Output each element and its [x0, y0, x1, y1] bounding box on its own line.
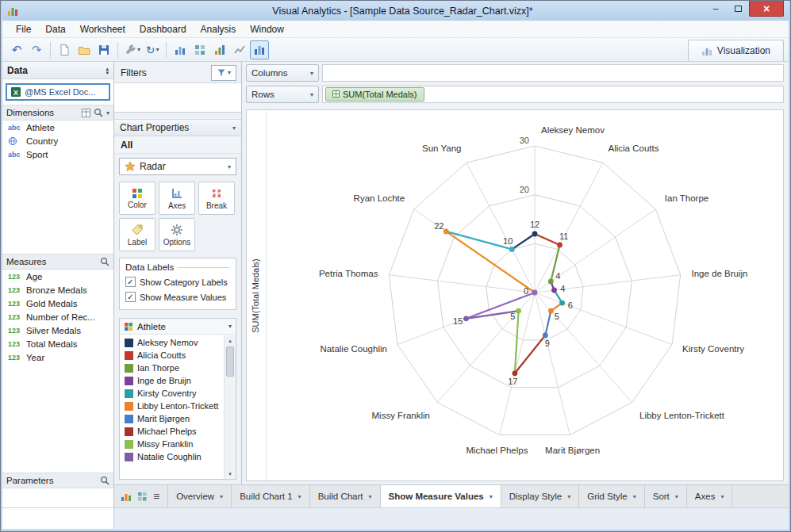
field-item-gold-medals[interactable]: 123Gold Medals: [2, 297, 113, 310]
crosstab-tool-button[interactable]: [190, 40, 209, 59]
visualization-tab[interactable]: Visualization: [688, 40, 784, 61]
field-item-athlete[interactable]: abcAthlete: [2, 121, 113, 134]
legend-header[interactable]: Athlete ▾: [120, 319, 236, 335]
search-icon[interactable]: [100, 257, 109, 266]
legend-item-ian-thorpe[interactable]: Ian Thorpe: [120, 362, 224, 374]
refresh-button[interactable]: ↻ ▾: [143, 40, 162, 59]
legend-item-libby-lenton-trickett[interactable]: Libby Lenton-Trickett: [120, 400, 224, 412]
data-point[interactable]: [559, 300, 565, 306]
scroll-up-button[interactable]: ▴: [225, 335, 236, 346]
data-point[interactable]: [532, 290, 538, 296]
checkbox[interactable]: ✓: [125, 277, 136, 287]
data-point[interactable]: [548, 279, 554, 285]
tab-build-chart[interactable]: Build Chart▾: [310, 485, 381, 507]
tab-grid-style[interactable]: Grid Style▾: [579, 485, 645, 507]
mini-chart-icon[interactable]: [121, 492, 132, 502]
legend-item-kirsty-coventry[interactable]: Kirsty Coventry: [120, 387, 224, 400]
checkbox[interactable]: ✓: [125, 292, 136, 302]
options-button[interactable]: Options: [159, 218, 195, 251]
columns-shelf-button[interactable]: Columns ▾: [246, 64, 319, 82]
menu-item-data[interactable]: Data: [38, 21, 72, 37]
column-chart-tool-button[interactable]: [171, 40, 190, 59]
data-source-item[interactable]: X @MS Excel Doc...: [6, 83, 110, 101]
filters-dropdown-button[interactable]: ▾: [211, 65, 236, 81]
menu-item-analysis[interactable]: Analysis: [194, 21, 244, 37]
table-icon[interactable]: [82, 109, 90, 117]
chart-properties-header[interactable]: Chart Properties ▾: [114, 119, 241, 136]
search-icon[interactable]: [94, 108, 103, 117]
data-point[interactable]: [532, 232, 538, 237]
data-point[interactable]: [557, 243, 563, 248]
menu-item-file[interactable]: File: [9, 21, 38, 37]
tab-overview[interactable]: Overview▾: [167, 485, 232, 507]
legend-item-michael-phelps[interactable]: Michael Phelps: [120, 425, 224, 438]
data-point[interactable]: [543, 333, 548, 339]
save-button[interactable]: [94, 40, 113, 59]
redo-button[interactable]: ↷: [27, 40, 46, 59]
bar-chart-tool-button[interactable]: [210, 40, 229, 59]
field-item-bronze-medals[interactable]: 123Bronze Medals: [2, 283, 113, 297]
tools-button[interactable]: ▾: [122, 40, 142, 59]
field-item-sport[interactable]: abcSport: [2, 147, 113, 161]
field-item-age[interactable]: 123Age: [2, 270, 113, 283]
scroll-down-button[interactable]: ▾: [225, 469, 236, 479]
columns-shelf[interactable]: [322, 64, 784, 82]
field-item-silver-medals[interactable]: 123Silver Medals: [2, 323, 113, 337]
legend-color-chip: [125, 440, 133, 449]
menu-item-dashboard[interactable]: Dashboard: [132, 21, 194, 37]
legend-item-missy-franklin[interactable]: Missy Franklin: [120, 438, 224, 450]
data-point[interactable]: [548, 308, 554, 314]
search-icon[interactable]: [100, 476, 109, 485]
tab-axes[interactable]: Axes▾: [687, 485, 733, 507]
break-button[interactable]: Break: [198, 182, 235, 215]
axes-button[interactable]: Axes: [159, 182, 195, 215]
rows-shelf[interactable]: SUM(Total Medals): [322, 86, 784, 103]
tab-show-measure-values[interactable]: Show Measure Values▾: [381, 485, 501, 507]
data-point[interactable]: [509, 247, 515, 252]
line-chart-tool-button[interactable]: [230, 40, 249, 59]
data-point[interactable]: [443, 229, 449, 235]
label-button[interactable]: Label: [119, 218, 156, 251]
list-view-icon[interactable]: ≡: [153, 490, 159, 503]
mini-grid-icon[interactable]: [137, 492, 148, 502]
sort-fields-icon[interactable]: ▴▾: [106, 67, 109, 75]
color-button[interactable]: Color: [119, 182, 156, 215]
scrollbar-thumb[interactable]: [226, 346, 234, 377]
field-label: Gold Medals: [26, 299, 78, 308]
data-point[interactable]: [551, 288, 557, 293]
checkbox-row-show-measure-values[interactable]: ✓Show Measure Values: [125, 289, 230, 304]
data-point[interactable]: [513, 370, 518, 376]
new-worksheet-button[interactable]: [55, 40, 74, 59]
menu-item-worksheet[interactable]: Worksheet: [73, 21, 132, 37]
rows-shelf-button[interactable]: Rows ▾: [246, 86, 319, 103]
minimize-button[interactable]: –: [705, 1, 727, 17]
chevron-down-icon[interactable]: ▾: [106, 109, 109, 117]
checkbox-row-show-category-labels[interactable]: ✓Show Category Labels: [125, 274, 230, 289]
scrollbar-track[interactable]: [225, 346, 236, 469]
legend-item-alicia-coutts[interactable]: Alicia Coutts: [120, 349, 224, 362]
data-point[interactable]: [463, 316, 469, 321]
tab-build-chart-1[interactable]: Build Chart 1▾: [232, 485, 310, 507]
tab-sort[interactable]: Sort▾: [645, 485, 687, 507]
legend-scrollbar[interactable]: ▴ ▾: [224, 335, 236, 479]
legend-item-inge-de-bruijn[interactable]: Inge de Bruijn: [120, 374, 224, 387]
field-item-year[interactable]: 123Year: [2, 350, 113, 364]
legend-item-marit-bj-rgen[interactable]: Marit Bjørgen: [120, 412, 224, 425]
chart-view-button[interactable]: [250, 40, 269, 59]
legend-item-aleksey-nemov[interactable]: Aleksey Nemov: [120, 336, 224, 349]
close-button[interactable]: ×: [749, 1, 784, 17]
maximize-button[interactable]: [727, 1, 749, 17]
data-point[interactable]: [516, 308, 521, 314]
undo-button[interactable]: ↶: [7, 40, 26, 59]
chart-type-select[interactable]: Radar ▾: [119, 158, 236, 175]
legend-item-natalie-coughlin[interactable]: Natalie Coughlin: [120, 450, 224, 463]
field-item-total-medals[interactable]: 123Total Medals: [2, 337, 113, 350]
field-item-number-of-rec[interactable]: 123Number of Rec...: [2, 310, 113, 323]
field-item-country[interactable]: Country: [2, 134, 113, 147]
tab-display-style[interactable]: Display Style▾: [501, 485, 579, 507]
title-bar[interactable]: Visual Analytics - [Sample Data Source_R…: [2, 1, 789, 21]
menu-item-window[interactable]: Window: [243, 21, 291, 37]
field-pill-sum-total-medals[interactable]: SUM(Total Medals): [325, 87, 424, 101]
filters-shelf[interactable]: [114, 82, 241, 113]
open-button[interactable]: [75, 40, 94, 59]
